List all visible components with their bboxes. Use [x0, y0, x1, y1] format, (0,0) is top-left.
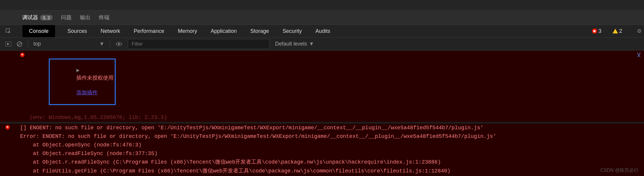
tab-debugger-badge: 3, 2 [40, 15, 53, 20]
tab-performance[interactable]: Performance [133, 25, 165, 37]
error-indicator[interactable]: ✖ 3 [592, 28, 601, 34]
clear-console-icon[interactable] [17, 41, 22, 47]
console-filter-bar: top ▼ Default levels ▼ [0, 38, 644, 51]
window-top-bar [0, 0, 644, 10]
tab-memory[interactable]: Memory [177, 25, 198, 37]
devtools-tabs: Console Sources Network Performance Memo… [0, 25, 644, 38]
tab-storage[interactable]: Storage [249, 25, 270, 37]
separator [28, 40, 28, 48]
tab-debugger[interactable]: 调试器 3, 2 [22, 14, 53, 21]
inspect-icon[interactable] [5, 28, 11, 34]
error-count: 3 [598, 28, 601, 34]
warning-indicator[interactable]: 2 [613, 28, 622, 34]
svg-point-5 [118, 43, 120, 45]
context-selector[interactable]: top ▼ [33, 41, 104, 47]
tab-terminal[interactable]: 终端 [99, 14, 109, 21]
stack-text: at FileUtils.getFile (C:\Program Files (… [20, 167, 640, 175]
console-error-line: Error: ENOENT: no such file or directory… [0, 132, 644, 141]
settings-icon[interactable]: ⚙ [637, 28, 642, 34]
tab-application[interactable]: Application [209, 25, 238, 37]
log-levels-selector[interactable]: Default levels ▼ [275, 41, 314, 47]
console-output: ✖ ▶ 插件未授权使用 添加插件 V (env: Windows,mg,1.05… [0, 51, 644, 176]
error-circle-icon: ✖ [592, 28, 597, 34]
tab-audits[interactable]: Audits [314, 25, 331, 37]
tab-output[interactable]: 输出 [80, 14, 91, 21]
expand-caret-icon[interactable]: ▶ [76, 67, 80, 73]
live-expression-icon[interactable] [115, 42, 122, 46]
tab-issues[interactable]: 问题 [61, 14, 72, 21]
chevron-down-icon: ▼ [99, 41, 104, 47]
stack-text: at Object.openSync (node:fs:476:3) [20, 141, 640, 149]
tab-security[interactable]: Security [281, 25, 303, 37]
stack-text: at Object.readFileSync (node:fs:377:35) [20, 150, 640, 157]
stack-line: at FileUtils.getFile (C:\Program Files (… [0, 167, 644, 175]
svg-marker-2 [7, 43, 9, 45]
error-header: [] ENOENT: no such file or directory, op… [20, 124, 640, 132]
stack-line: at Object.readFileSync (node:fs:377:35) [0, 149, 644, 158]
separator [110, 40, 110, 48]
add-plugin-link[interactable]: 添加插件 [76, 90, 98, 96]
console-message: ✖ ▶ 插件未授权使用 添加插件 V [0, 51, 644, 113]
stack-line: at Object.r.readFileSync (C:\Program Fil… [0, 158, 644, 167]
tab-network[interactable]: Network [99, 25, 121, 37]
console-message: (env: Windows,mg,1.05.2205070; lib: 2.23… [0, 113, 644, 122]
watermark: CSDN @陈言必行 [600, 167, 639, 174]
plugin-warning-text: 插件未授权使用 [76, 75, 114, 81]
context-icon[interactable] [5, 42, 11, 46]
chevron-down-icon: ▼ [309, 41, 314, 47]
highlighted-box: ▶ 插件未授权使用 添加插件 [49, 59, 116, 105]
error-circle-icon: ✖ [20, 53, 25, 57]
warning-count: 2 [619, 28, 622, 34]
tab-debugger-label: 调试器 [22, 14, 38, 21]
svg-line-4 [18, 42, 21, 46]
levels-label: Default levels [275, 41, 307, 47]
warning-triangle-icon [613, 29, 618, 33]
source-link[interactable]: V [637, 51, 640, 59]
stack-text: at Object.r.readFileSync (C:\Program Fil… [20, 159, 640, 166]
tab-console[interactable]: Console [22, 25, 55, 37]
context-value: top [33, 41, 41, 47]
stack-line: at Object.openSync (node:fs:476:3) [0, 141, 644, 149]
console-error-message: ✖ [] ENOENT: no such file or directory, … [0, 124, 644, 132]
filter-input[interactable] [128, 39, 270, 49]
error-detail: Error: ENOENT: no such file or directory… [20, 133, 640, 140]
env-line: (env: Windows,mg,1.05.2205070; lib: 2.23… [30, 114, 167, 121]
panel-tabs: 调试器 3, 2 问题 输出 终端 [0, 10, 644, 25]
tab-sources[interactable]: Sources [66, 25, 88, 37]
error-circle-icon: ✖ [5, 125, 10, 130]
